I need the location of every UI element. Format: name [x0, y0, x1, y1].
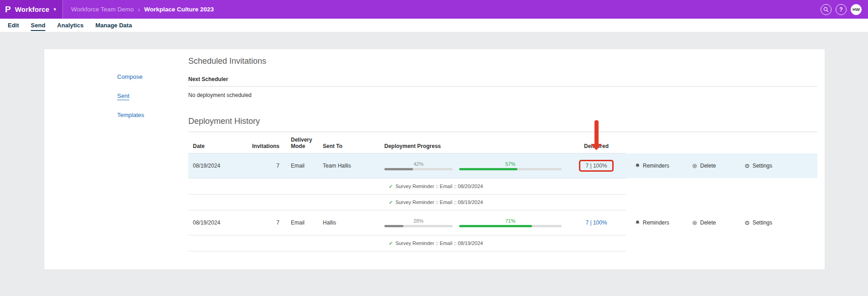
deployment-history-table: Date Invitations Delivery Mode Sent To D…: [188, 132, 817, 251]
bell-icon: [635, 220, 640, 225]
help-button[interactable]: ?: [836, 4, 847, 15]
survey-tabs: Edit Send Analytics Manage Data: [0, 19, 868, 32]
row-invitations: 7: [248, 163, 279, 169]
sent-content: Scheduled Invitations Next Scheduler No …: [188, 49, 825, 270]
table-header: Date Invitations Delivery Mode Sent To D…: [188, 132, 817, 153]
deployment-history-title: Deployment History: [188, 117, 817, 126]
progress-pending-bar: 28%: [384, 218, 453, 227]
divider: [188, 86, 817, 87]
reminder-text: Survey Reminder :: Email :: 08/20/2024: [395, 184, 483, 189]
sidebar-item-sent[interactable]: Sent: [117, 92, 188, 99]
breadcrumb: Workforce Team Demo › Workplace Culture …: [71, 6, 214, 13]
row-sent-to: Team Hallis: [323, 163, 384, 169]
scheduled-invitations-title: Scheduled Invitations: [188, 56, 817, 66]
row-date: 08/19/2024: [188, 163, 248, 169]
check-icon: ✓: [389, 241, 393, 246]
chevron-right-icon: ›: [138, 6, 140, 13]
top-app-bar: P Workforce ▾ Workforce Team Demo › Work…: [0, 0, 868, 19]
row-delivered: 7 | 100%: [567, 219, 626, 226]
qualtrics-logo-icon: P: [5, 5, 11, 14]
top-right-actions: ? HW: [821, 4, 862, 15]
row-delivery-mode: Email: [291, 219, 323, 226]
product-name: Workforce: [15, 5, 50, 13]
annotation-highlight-box: 7 | 100%: [579, 160, 613, 172]
col-delivery-mode: Delivery Mode: [291, 137, 323, 149]
breadcrumb-current: Workplace Culture 2023: [144, 6, 214, 13]
circled-x-icon: ⊗: [692, 163, 698, 169]
row-delivered: 7 | 100%: [567, 160, 626, 172]
col-deployment-progress: Deployment Progress: [384, 143, 567, 149]
settings-button[interactable]: ⚙ Settings: [744, 163, 790, 169]
product-switcher-dropdown[interactable]: P Workforce ▾: [0, 0, 63, 19]
search-icon: [823, 7, 829, 12]
gear-icon: ⚙: [744, 163, 750, 169]
help-icon: ?: [839, 6, 842, 13]
next-scheduler-label: Next Scheduler: [188, 76, 817, 82]
row-date: 08/19/2024: [188, 219, 248, 226]
breadcrumb-parent[interactable]: Workforce Team Demo: [71, 6, 134, 13]
send-sidebar: Compose Sent Templates: [44, 49, 188, 270]
check-icon: ✓: [389, 184, 393, 189]
circled-x-icon: ⊗: [692, 219, 698, 226]
gear-icon: ⚙: [744, 220, 750, 226]
no-deployment-text: No deployment scheduled: [188, 92, 817, 98]
settings-button[interactable]: ⚙ Settings: [744, 219, 790, 226]
reminder-text: Survey Reminder :: Email :: 08/19/2024: [395, 199, 483, 205]
caret-down-icon: ▾: [53, 6, 56, 12]
row-divider: [188, 251, 626, 251]
table-row: 08/19/2024 7 Email Team Hallis 42% 57%: [188, 153, 817, 178]
reminder-subrow: ✓ Survey Reminder :: Email :: 08/20/2024: [188, 179, 817, 194]
reminders-button[interactable]: Reminders: [635, 163, 685, 169]
check-icon: ✓: [389, 200, 393, 205]
progress-complete-bar: 71%: [459, 218, 562, 227]
delivered-link[interactable]: 7 | 100%: [585, 219, 607, 226]
reminder-subrow: ✓ Survey Reminder :: Email :: 08/19/2024: [188, 194, 817, 210]
avatar-initials: HW: [852, 7, 860, 12]
row-invitations: 7: [248, 219, 279, 226]
col-invitations: Invitations: [248, 143, 279, 149]
user-avatar[interactable]: HW: [851, 4, 862, 15]
progress-complete-bar: 57%: [459, 161, 562, 170]
sidebar-item-compose[interactable]: Compose: [117, 73, 188, 80]
delete-button[interactable]: ⊗ Delete: [692, 163, 735, 169]
annotation-arrow: [591, 120, 602, 150]
tab-send[interactable]: Send: [25, 22, 52, 29]
tab-analytics[interactable]: Analytics: [51, 22, 89, 29]
progress-pending-bar: 42%: [384, 161, 453, 170]
col-sent-to: Sent To: [323, 143, 384, 149]
table-row: 08/19/2024 7 Email Hallis 28% 71% 7 | 10…: [188, 210, 817, 235]
reminder-subrow: ✓ Survey Reminder :: Email :: 08/19/2024: [188, 235, 817, 251]
row-sent-to: Hallis: [323, 219, 384, 226]
delivered-link[interactable]: 7 | 100%: [585, 163, 607, 169]
row-delivery-mode: Email: [291, 163, 323, 169]
reminders-button[interactable]: Reminders: [635, 219, 685, 226]
col-date: Date: [188, 143, 248, 149]
tab-manage-data[interactable]: Manage Data: [89, 22, 138, 29]
delete-button[interactable]: ⊗ Delete: [692, 219, 735, 226]
row-progress: 28% 71%: [384, 218, 567, 227]
bell-icon: [635, 163, 640, 168]
reminder-text: Survey Reminder :: Email :: 08/19/2024: [395, 240, 483, 246]
search-button[interactable]: [821, 4, 832, 15]
row-progress: 42% 57%: [384, 161, 567, 170]
sidebar-item-templates[interactable]: Templates: [117, 112, 188, 118]
send-panel: Compose Sent Templates Scheduled Invitat…: [44, 49, 825, 270]
tab-edit[interactable]: Edit: [2, 22, 25, 29]
